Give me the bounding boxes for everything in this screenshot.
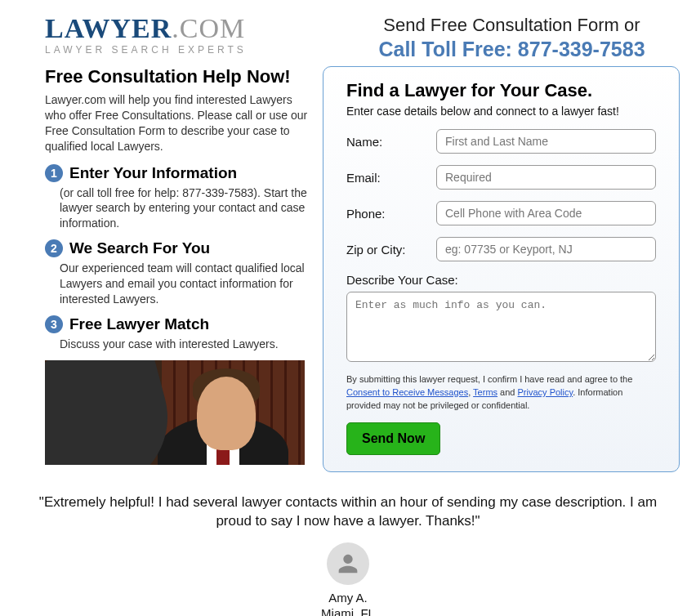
step-2: 2 We Search For You Our experienced team… [45,239,315,307]
disclaimer-text: By submitting this lawyer request, I con… [346,373,656,413]
reviewer-location: Miami, FL [0,605,696,616]
step-number-icon: 3 [45,315,63,333]
step-desc: Discuss your case with interested Lawyer… [45,337,315,352]
describe-label: Describe Your Case: [346,273,656,287]
intro-text: Lawyer.com will help you find interested… [45,92,315,154]
name-label: Name: [346,135,436,149]
step-title: We Search For You [69,239,210,257]
logo-text-navy: LAWYER [45,13,172,43]
logo-tagline: LAWYER SEARCH EXPERTS [45,44,315,56]
step-3: 3 Free Lawyer Match Discuss your case wi… [45,315,315,352]
consent-link[interactable]: Consent to Receive Messages [346,387,468,397]
send-now-button[interactable]: Send Now [346,422,440,455]
zip-input[interactable] [436,237,656,261]
form-subtitle: Enter case details below and connect to … [346,105,656,118]
avatar-icon [327,542,369,585]
logo: LAWYER.COM [45,15,315,42]
logo-com: COM [180,13,245,43]
privacy-link[interactable]: Privacy Policy [518,387,573,397]
step-desc: Our experienced team will contact qualif… [45,261,315,307]
form-title: Find a Lawyer for Your Case. [346,80,656,101]
page-headline: Free Consultation Help Now! [45,66,315,87]
step-title: Enter Your Information [69,164,237,182]
step-desc: (or call toll free for help: 877-339-758… [45,185,315,232]
header-call-line: Call Toll Free: 877-339-7583 [344,38,680,61]
phone-input[interactable] [436,201,656,225]
step-title: Free Lawyer Match [69,315,209,333]
email-input[interactable] [436,165,656,190]
email-label: Email: [346,171,436,185]
phone-label: Phone: [346,207,436,221]
name-input[interactable] [436,129,656,154]
handshake-photo [45,360,305,465]
describe-textarea[interactable] [346,292,656,362]
zip-label: Zip or City: [346,243,436,257]
reviewer-name: Amy A. [0,590,696,606]
header-send-line: Send Free Consultation Form or [344,15,680,36]
reviewer-info: Amy A. Miami, FL [0,590,696,616]
step-1: 1 Enter Your Information (or call toll f… [45,164,315,232]
terms-link[interactable]: Terms [473,387,497,397]
logo-dot: . [172,13,180,43]
testimonial-quote: "Extremely helpful! I had several lawyer… [33,493,663,531]
step-number-icon: 2 [45,239,63,257]
consultation-form: Find a Lawyer for Your Case. Enter case … [323,66,680,472]
step-number-icon: 1 [45,164,63,182]
